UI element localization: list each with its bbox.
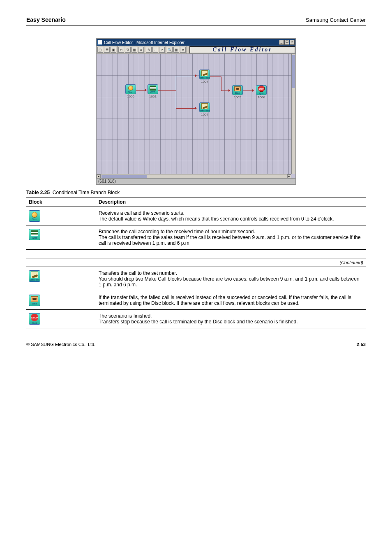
connector [221, 77, 221, 91]
ie-window-title: Call Flow Editor - Microsoft Internet Ex… [104, 40, 184, 45]
phone-icon [201, 70, 208, 76]
start-icon [128, 86, 133, 91]
col-block: Block [26, 197, 96, 207]
vertical-scrollbar[interactable] [291, 54, 295, 174]
pen-icon[interactable]: ✎ [146, 47, 152, 53]
scroll-track[interactable] [101, 174, 287, 178]
toolbar-group-edit: ✂ ⧉ ▦ ✕ [118, 46, 145, 53]
desc-cell: Transfers the call to the set number. Yo… [96, 267, 366, 291]
minimize-button[interactable]: _ [279, 40, 284, 45]
grid-icon[interactable]: ▦ [173, 47, 179, 53]
table-title: Conditional Time Branch Block [53, 190, 120, 195]
ctb-icon [150, 86, 156, 91]
help-icon[interactable]: ? [159, 47, 165, 53]
table-continued-label: (Continued) [26, 258, 366, 267]
connector [176, 108, 196, 109]
node-id: 1001 [145, 95, 160, 98]
table-row: Makecall Transfers the call to the set n… [26, 267, 366, 291]
desc-cell: The scenario is finished. Transfers stop… [96, 310, 366, 328]
node-id: 1007 [197, 113, 212, 116]
toolbar-group-draw: ✎ ↔ ? [145, 46, 166, 53]
desc-cell: If the transfer fails, the failed call i… [96, 291, 366, 310]
node-makecall-2[interactable]: Makecall 1007 [197, 102, 212, 116]
copy-icon[interactable]: ⧉ [125, 47, 131, 53]
table-index: Table 2.25 [26, 190, 50, 195]
scroll-left-icon[interactable]: ◂ [97, 174, 101, 178]
cut-icon[interactable]: ✂ [118, 47, 124, 53]
scrollbar-thumb[interactable] [101, 175, 147, 178]
node-quit[interactable]: STOPQuit 1006 [254, 85, 269, 99]
connector [176, 76, 176, 109]
new-icon[interactable]: ▢ [97, 47, 103, 53]
header-chapter: Easy Scenario [26, 16, 66, 23]
legend-table-part1: Block Description Start Receives a call … [26, 197, 366, 250]
desc-cell: Receives a call and the scenario starts.… [96, 207, 366, 225]
cursor-coordinates: (601,318) [98, 179, 116, 183]
scroll-right-icon[interactable]: ▸ [287, 174, 291, 178]
open-icon[interactable]: ☰ [104, 47, 110, 53]
legend-table-part2: Makecall Transfers the call to the set n… [26, 267, 366, 328]
ctb-icon: CTB [29, 229, 40, 240]
node-id: 1005 [230, 95, 245, 99]
makecall-icon: Makecall [29, 270, 40, 282]
footer-copyright: © SAMSUNG Electronics Co., Ltd. [26, 342, 95, 347]
footer-page-number: 2-53 [357, 342, 366, 347]
canvas-grid[interactable]: Start 1000 CTB 1001 Makecall 1004 Makeca… [97, 54, 291, 174]
table-row: STOPQuit The scenario is finished. Trans… [26, 310, 366, 328]
ie-title-left: Call Flow Editor - Microsoft Internet Ex… [97, 40, 184, 45]
start-icon: Start [29, 210, 40, 222]
stop-icon: STOP [258, 86, 265, 92]
arrow-icon [195, 74, 197, 77]
figure-callflow-editor: Call Flow Editor - Microsoft Internet Ex… [26, 38, 366, 185]
quit-icon: STOPQuit [29, 313, 40, 325]
header-product: Samsung Contact Center [306, 17, 366, 23]
table-caption: Table 2.25 Conditional Time Branch Block [26, 190, 366, 195]
ie-app-icon [97, 40, 102, 45]
node-ctb[interactable]: CTB 1001 [145, 84, 160, 98]
close-button[interactable]: × [290, 40, 295, 45]
paste-icon[interactable]: ▦ [131, 47, 137, 53]
save-icon[interactable]: ▣ [111, 47, 116, 53]
page-header: Easy Scenario Samsung Contact Center [26, 16, 366, 26]
disc-icon: Disc [29, 295, 40, 306]
node-makecall-1[interactable]: Makecall 1004 [197, 70, 212, 84]
connector [176, 76, 196, 76]
canvas-wrap: Start 1000 CTB 1001 Makecall 1004 Makeca… [97, 54, 295, 178]
phone-icon [201, 103, 208, 109]
page-footer: © SAMSUNG Electronics Co., Ltd. 2-53 [26, 340, 366, 347]
maximize-button[interactable]: ☐ [284, 40, 289, 45]
connector [221, 91, 228, 91]
toolbar-group-file: ▢ ☰ ▣ [97, 46, 118, 53]
toolbar-group-view: 🔍 ▦ ✲ [166, 46, 187, 53]
node-start[interactable]: Start 1000 [123, 84, 138, 98]
node-id: 1000 [123, 95, 138, 98]
desc-cell: Branches the call according to the recei… [96, 225, 366, 250]
scrollbar-thumb[interactable] [292, 55, 295, 88]
col-description: Description [96, 197, 366, 207]
connector [158, 90, 176, 91]
status-bar: (601,318) [97, 178, 295, 184]
ie-window: Call Flow Editor - Microsoft Internet Ex… [96, 38, 296, 185]
node-disc[interactable]: Disc 1005 [230, 85, 245, 99]
table-row: CTB Branches the call according to the r… [26, 225, 366, 250]
table-row: Start Receives a call and the scenario s… [26, 207, 366, 225]
ie-titlebar: Call Flow Editor - Microsoft Internet Ex… [97, 39, 295, 46]
table-row: Disc If the transfer fails, the failed c… [26, 291, 366, 310]
horizontal-scrollbar[interactable]: ◂ ▸ [97, 174, 291, 178]
disc-icon [234, 86, 241, 91]
zoom-icon[interactable]: 🔍 [167, 47, 173, 53]
link-icon[interactable]: ↔ [152, 47, 158, 53]
node-id: 1004 [197, 80, 212, 84]
node-id: 1006 [254, 95, 269, 99]
delete-icon[interactable]: ✕ [138, 47, 144, 53]
cog-icon[interactable]: ✲ [180, 47, 186, 53]
app-title-banner: Call Flow Editor [189, 46, 295, 53]
window-buttons: _ ☐ × [279, 40, 295, 45]
ie-toolbar: ▢ ☰ ▣ ✂ ⧉ ▦ ✕ ✎ ↔ ? 🔍 ▦ ✲ [97, 46, 295, 54]
arrow-icon [195, 107, 197, 109]
